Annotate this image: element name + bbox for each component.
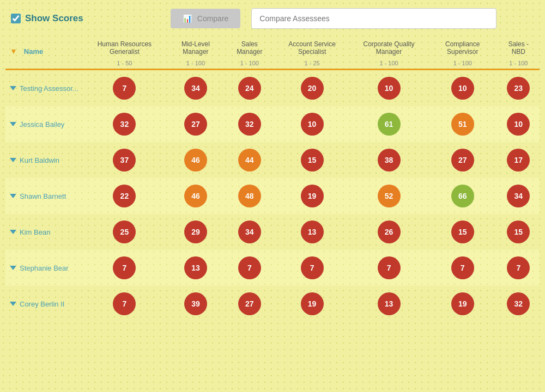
score-cell: 51 (428, 106, 498, 142)
table-row: Jessica Bailey 32273210615110 (5, 106, 540, 142)
range-row: 1 - 50 1 - 100 1 - 100 1 - 25 1 - 100 1 … (5, 59, 540, 70)
score-circle: 51 (451, 113, 474, 136)
score-circle: 17 (507, 149, 530, 171)
table-row: Shawn Barnett 22464819526634 (5, 178, 540, 214)
table-row: Stephanie Bear 71377777 (5, 250, 540, 286)
score-cell: 17 (498, 142, 540, 178)
name-cell: Shawn Barnett (5, 178, 83, 214)
score-cell: 15 (498, 214, 540, 250)
row-expand-arrow[interactable] (10, 158, 16, 162)
table-row: Testing Assessor... 7342420101023 (5, 70, 540, 106)
row-expand-arrow[interactable] (10, 194, 16, 198)
score-cell: 66 (428, 178, 498, 214)
score-circle: 32 (238, 113, 261, 136)
name-cell: Testing Assessor... (5, 70, 83, 106)
compare-button[interactable]: 📊 Compare (171, 9, 241, 28)
score-cell: 10 (350, 70, 428, 106)
compare-assessees-input[interactable] (251, 8, 496, 29)
row-expand-arrow[interactable] (10, 302, 16, 306)
table-container: ▼ Name Human Resources Generalist Mid-Le… (0, 37, 545, 333)
sort-arrow-icon[interactable]: ▼ (10, 47, 17, 56)
top-bar: Show Scores 📊 Compare (0, 0, 545, 37)
score-cell: 13 (350, 286, 428, 322)
score-circle: 10 (451, 77, 474, 100)
score-circle: 26 (378, 220, 401, 243)
range-hr-gen: 1 - 50 (83, 59, 166, 70)
col-header-sales-mgr: Sales Manager (225, 37, 274, 59)
row-name: Kim Bean (20, 228, 50, 236)
range-sales-mgr: 1 - 100 (225, 59, 274, 70)
score-cell: 19 (274, 286, 350, 322)
score-circle: 39 (184, 292, 207, 315)
score-cell: 23 (498, 70, 540, 106)
score-circle: 7 (113, 292, 136, 315)
score-circle: 32 (507, 292, 530, 315)
row-name: Stephanie Bear (20, 264, 69, 272)
score-cell: 34 (166, 70, 225, 106)
row-name: Testing Assessor... (20, 84, 78, 93)
score-circle: 52 (378, 185, 401, 207)
score-cell: 20 (274, 70, 350, 106)
col-header-corp-quality: Corporate Quality Manager (350, 37, 428, 59)
row-expand-arrow[interactable] (10, 122, 16, 126)
name-cell: Stephanie Bear (5, 250, 83, 286)
col-header-sales-nbd: Sales - NBD (498, 37, 540, 59)
score-circle: 7 (378, 256, 401, 279)
score-circle: 27 (184, 113, 207, 136)
score-circle: 19 (301, 292, 324, 315)
col-header-mid-manager: Mid-Level Manager (166, 37, 225, 59)
score-circle: 19 (451, 292, 474, 315)
score-cell: 37 (83, 142, 166, 178)
score-circle: 66 (451, 185, 474, 207)
score-circle: 32 (113, 113, 136, 136)
col-header-compliance-sup: Compliance Supervisor (428, 37, 498, 59)
score-circle: 24 (238, 77, 261, 100)
score-cell: 46 (166, 178, 225, 214)
name-cell: Kim Bean (5, 214, 83, 250)
score-circle: 27 (451, 149, 474, 171)
score-cell: 10 (428, 70, 498, 106)
range-corp-quality: 1 - 100 (350, 59, 428, 70)
score-circle: 10 (378, 77, 401, 100)
row-expand-arrow[interactable] (10, 266, 16, 270)
col-header-hr-gen: Human Resources Generalist (83, 37, 166, 59)
score-circle: 23 (507, 77, 530, 100)
range-mid-manager: 1 - 100 (166, 59, 225, 70)
table-row: Corey Berlin II 7392719131932 (5, 286, 540, 322)
name-cell: Jessica Bailey (5, 106, 83, 142)
score-cell: 39 (166, 286, 225, 322)
column-headers-row: ▼ Name Human Resources Generalist Mid-Le… (5, 37, 540, 59)
score-circle: 7 (301, 256, 324, 279)
score-circle: 27 (238, 292, 261, 315)
row-name: Corey Berlin II (20, 300, 64, 308)
score-circle: 37 (113, 149, 136, 171)
score-circle: 15 (301, 149, 324, 171)
score-cell: 15 (274, 142, 350, 178)
score-cell: 44 (225, 142, 274, 178)
score-cell: 25 (83, 214, 166, 250)
table-row: Kurt Baldwin 37464415382717 (5, 142, 540, 178)
score-circle: 25 (113, 220, 136, 243)
score-cell: 19 (428, 286, 498, 322)
score-cell: 38 (350, 142, 428, 178)
score-cell: 34 (225, 214, 274, 250)
score-cell: 7 (83, 250, 166, 286)
row-expand-arrow[interactable] (10, 86, 16, 90)
score-circle: 10 (301, 113, 324, 136)
score-cell: 27 (428, 142, 498, 178)
score-cell: 32 (498, 286, 540, 322)
show-scores-checkbox[interactable] (11, 14, 21, 23)
score-cell: 7 (428, 250, 498, 286)
name-column-header: ▼ Name (5, 37, 83, 59)
row-name: Shawn Barnett (20, 192, 66, 200)
score-circle: 7 (507, 256, 530, 279)
score-circle: 48 (238, 185, 261, 207)
score-circle: 15 (507, 220, 530, 243)
row-expand-arrow[interactable] (10, 230, 16, 234)
scores-table: ▼ Name Human Resources Generalist Mid-Le… (5, 37, 540, 322)
score-circle: 7 (451, 256, 474, 279)
score-circle: 46 (184, 185, 207, 207)
score-cell: 10 (498, 106, 540, 142)
score-circle: 19 (301, 185, 324, 207)
score-cell: 29 (166, 214, 225, 250)
